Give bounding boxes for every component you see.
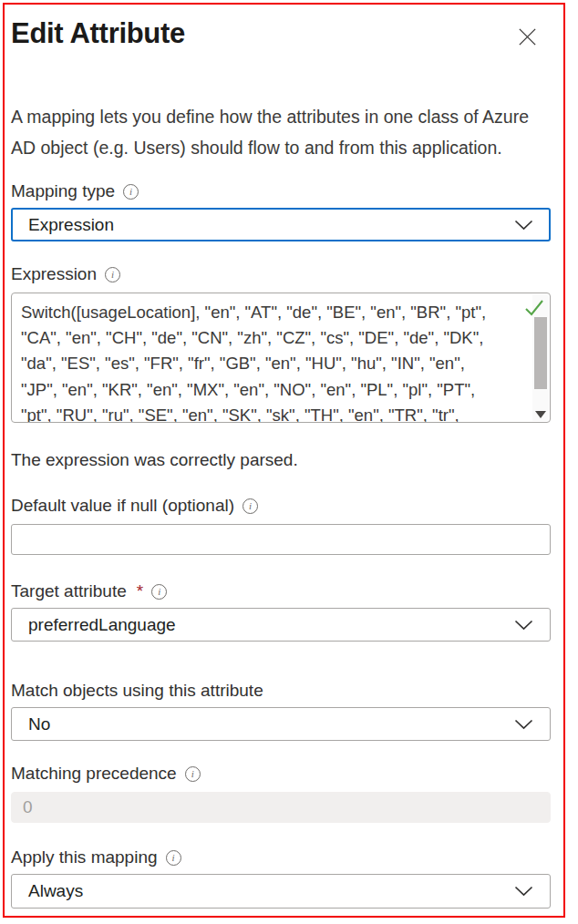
expression-line: Switch([usageLocation], "en", "AT", "de"… bbox=[21, 300, 522, 325]
scroll-down-icon[interactable] bbox=[532, 411, 549, 418]
expression-line: "JP", "en", "KR", "en", "MX", "en", "NO"… bbox=[21, 377, 522, 403]
page-title: Edit Attribute bbox=[11, 14, 185, 54]
expression-valid-check-icon bbox=[523, 298, 545, 318]
default-value-label-row: Default value if null (optional) i bbox=[11, 496, 551, 516]
mapping-type-label: Mapping type bbox=[11, 181, 115, 201]
chevron-down-icon bbox=[514, 220, 533, 231]
target-attribute-label-row: Target attribute * i bbox=[11, 581, 551, 601]
info-icon[interactable]: i bbox=[105, 267, 120, 282]
panel-header: Edit Attribute bbox=[11, 14, 551, 54]
target-attribute-value: preferredLanguage bbox=[28, 615, 176, 635]
info-icon[interactable]: i bbox=[123, 184, 139, 200]
match-objects-label-row: Match objects using this attribute bbox=[11, 681, 551, 701]
expression-line: "CA", "en", "CH", "de", "CN", "zh", "CZ"… bbox=[21, 325, 522, 351]
default-value-input[interactable] bbox=[11, 524, 551, 555]
apply-mapping-dropdown[interactable]: Always bbox=[11, 874, 551, 909]
apply-mapping-label: Apply this mapping bbox=[11, 847, 158, 868]
close-button[interactable] bbox=[513, 23, 542, 51]
apply-mapping-value: Always bbox=[28, 881, 83, 901]
target-attribute-dropdown[interactable]: preferredLanguage bbox=[11, 608, 551, 642]
apply-mapping-label-row: Apply this mapping i bbox=[11, 847, 551, 868]
match-objects-dropdown[interactable]: No bbox=[11, 707, 551, 741]
chevron-down-icon bbox=[514, 620, 533, 631]
required-asterisk: * bbox=[137, 581, 143, 601]
match-objects-label: Match objects using this attribute bbox=[11, 681, 263, 701]
edit-attribute-panel: Edit Attribute A mapping lets you define… bbox=[3, 3, 565, 918]
close-icon bbox=[517, 26, 538, 47]
info-icon[interactable]: i bbox=[151, 584, 167, 600]
parse-status-text: The expression was correctly parsed. bbox=[11, 450, 551, 470]
target-attribute-label: Target attribute bbox=[11, 581, 127, 601]
mapping-type-value: Expression bbox=[28, 215, 114, 235]
expression-label-row: Expression i bbox=[11, 264, 551, 284]
matching-precedence-label: Matching precedence bbox=[11, 764, 177, 784]
expression-line: "pt", "RU", "ru", "SE", "en", "SK", "sk"… bbox=[21, 403, 522, 423]
info-icon[interactable]: i bbox=[166, 850, 181, 866]
matching-precedence-label-row: Matching precedence i bbox=[11, 764, 551, 784]
chevron-down-icon bbox=[514, 886, 533, 897]
match-objects-value: No bbox=[28, 714, 50, 734]
mapping-type-label-row: Mapping type i bbox=[11, 181, 551, 201]
expression-textarea[interactable]: Switch([usageLocation], "en", "AT", "de"… bbox=[11, 293, 551, 423]
expression-line: "da", "ES", "es", "FR", "fr", "GB", "en"… bbox=[21, 351, 522, 376]
default-value-label: Default value if null (optional) bbox=[11, 496, 234, 516]
panel-description: A mapping lets you define how the attrib… bbox=[11, 101, 540, 163]
matching-precedence-input bbox=[11, 792, 551, 823]
mapping-type-dropdown[interactable]: Expression bbox=[11, 208, 551, 241]
scrollbar-thumb[interactable] bbox=[534, 317, 547, 389]
info-icon[interactable]: i bbox=[243, 498, 258, 514]
expression-label: Expression bbox=[11, 264, 97, 284]
chevron-down-icon bbox=[514, 719, 533, 730]
info-icon[interactable]: i bbox=[185, 766, 201, 782]
